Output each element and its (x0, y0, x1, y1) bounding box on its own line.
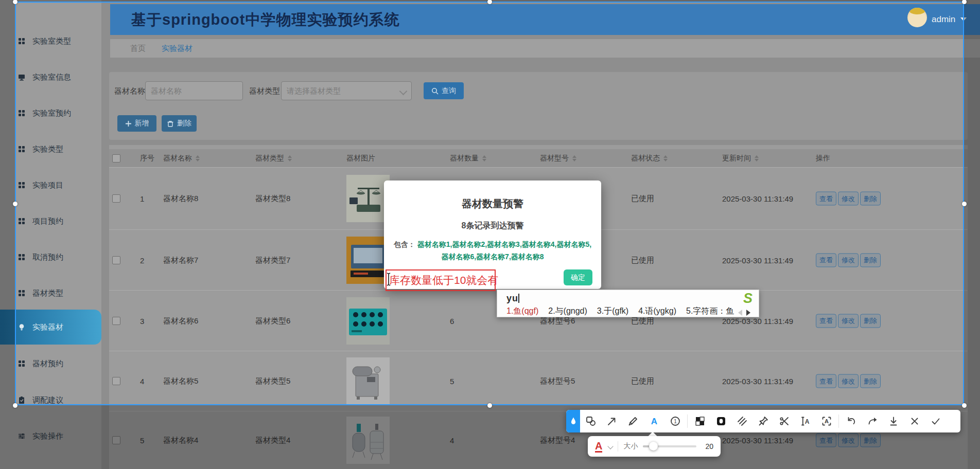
confirm-check-icon[interactable] (925, 410, 946, 432)
ime-candidate-1[interactable]: 1.鱼(qgf) (506, 306, 538, 317)
ime-prev-page-icon[interactable] (738, 310, 742, 316)
equipment-name-input[interactable] (145, 81, 243, 100)
sidebar-item-equipment-type[interactable]: 器材类型 (0, 287, 101, 299)
equipment-photo-machine[interactable] (346, 357, 390, 405)
sidebar-item-project-booking[interactable]: 项目预约 (0, 215, 101, 227)
tab-home[interactable]: 首页 (130, 44, 146, 53)
selection-handle[interactable] (13, 403, 18, 408)
arrow-tool-icon[interactable] (601, 410, 622, 432)
selection-handle[interactable] (962, 403, 967, 408)
sidebar-item-exp-type[interactable]: 实验类型 (0, 143, 101, 155)
col-qty[interactable]: 器材数量 (450, 154, 486, 163)
sort-icon[interactable] (288, 155, 292, 161)
user-menu[interactable]: admin (932, 14, 955, 25)
pen-tool-icon[interactable] (622, 410, 643, 432)
ocr-area-tool-icon[interactable]: A (816, 410, 837, 432)
selection-handle[interactable] (962, 202, 967, 206)
dialog-include-line2: 器材名称6,器材名称7,器材名称8 (384, 250, 601, 263)
slider-knob[interactable] (649, 442, 658, 450)
view-button[interactable]: 查看 (816, 374, 836, 388)
view-button[interactable]: 查看 (816, 253, 836, 267)
equipment-photo-teal-box[interactable] (346, 297, 390, 345)
row-checkbox[interactable] (112, 194, 120, 203)
delete-row-button[interactable]: 删除 (860, 192, 881, 206)
mosaic-tool-icon[interactable] (689, 410, 710, 432)
equipment-photo-balance-scale[interactable] (346, 175, 390, 222)
step-counter-tool-icon[interactable]: 1 (664, 410, 686, 432)
shapes-tool-icon[interactable] (580, 410, 601, 432)
col-updated[interactable]: 更新时间 (722, 154, 759, 163)
hatch-tool-icon[interactable] (731, 410, 752, 432)
sidebar-item-lab-booking[interactable]: 实验室预约 (0, 107, 101, 119)
confirm-button[interactable]: 确定 (564, 269, 592, 285)
sidebar-item-exp-project[interactable]: 实验项目 (0, 179, 101, 191)
select-all-checkbox[interactable] (112, 154, 120, 163)
cell-qty: 5 (450, 377, 454, 386)
grid-icon (18, 109, 26, 117)
equipment-photo-orange-box[interactable] (346, 237, 390, 284)
sidebar-item-equipment-booking[interactable]: 器材预约 (0, 357, 101, 370)
selection-handle[interactable] (13, 202, 18, 206)
edit-button[interactable]: 修改 (838, 192, 859, 206)
font-color-button[interactable]: A (595, 441, 602, 453)
delete-row-button[interactable]: 删除 (860, 374, 881, 388)
font-size-slider[interactable] (643, 445, 696, 447)
cell-name: 器材名称7 (163, 255, 198, 265)
sidebar-item-lab-type[interactable]: 实验室类型 (0, 35, 101, 47)
close-icon[interactable] (904, 410, 925, 432)
ime-candidate-4[interactable]: 4.语(ygkg) (638, 306, 676, 317)
col-type[interactable]: 器材类型 (255, 154, 292, 163)
sort-icon[interactable] (755, 155, 759, 161)
sort-icon[interactable] (196, 155, 200, 161)
cell-name: 器材名称8 (163, 194, 198, 204)
blur-tool-icon[interactable] (710, 410, 731, 432)
download-icon[interactable] (883, 410, 904, 432)
sidebar-item-lab-equipment-active[interactable]: 实验器材 (0, 310, 101, 345)
cut-tool-icon[interactable] (774, 410, 795, 432)
delete-row-button[interactable]: 删除 (860, 314, 881, 328)
selection-handle[interactable] (487, 403, 492, 408)
delete-button[interactable]: 删除 (162, 115, 197, 132)
row-checkbox[interactable] (112, 377, 120, 385)
sort-icon[interactable] (663, 155, 668, 161)
text-tool-icon-active[interactable]: A (643, 410, 664, 432)
col-model[interactable]: 器材型号 (540, 154, 576, 163)
redo-icon[interactable] (862, 410, 883, 432)
ime-candidate-5[interactable]: 5.字符画：鱼 (686, 306, 734, 317)
annotation-text-box[interactable]: 库存数量低于10就会有 (386, 269, 496, 291)
undo-icon[interactable] (841, 410, 862, 432)
sidebar-item-label: 项目预约 (32, 217, 63, 226)
col-name[interactable]: 器材名称 (163, 154, 200, 163)
sidebar-item-cancel-booking[interactable]: 取消预约 (0, 251, 101, 263)
cell-updated: 2025-03-30 11:31:49 (722, 377, 793, 386)
view-button[interactable]: 查看 (816, 314, 836, 328)
col-status[interactable]: 器材状态 (631, 154, 668, 163)
edit-button[interactable]: 修改 (838, 314, 859, 328)
cell-name: 器材名称6 (163, 316, 198, 326)
ocr-text-tool-icon[interactable]: A (795, 410, 816, 432)
font-color-chevron-icon[interactable] (608, 443, 614, 449)
view-button[interactable]: 查看 (816, 192, 836, 206)
search-button[interactable]: 查询 (424, 82, 464, 99)
ime-next-page-icon[interactable] (746, 310, 750, 316)
edit-button[interactable]: 修改 (838, 253, 859, 267)
row-checkbox[interactable] (112, 317, 120, 325)
selection-handle[interactable] (487, 0, 492, 4)
edit-button[interactable]: 修改 (838, 374, 859, 388)
annotation-text: 库存数量低于10就会有 (389, 273, 498, 287)
equipment-type-select[interactable]: 请选择器材类型 (281, 81, 412, 100)
delete-row-button[interactable]: 删除 (860, 253, 881, 267)
row-checkbox[interactable] (112, 256, 120, 264)
ime-candidate-3[interactable]: 3.于(gfk) (597, 306, 628, 317)
pin-tool-icon[interactable] (752, 410, 774, 432)
dialog-title: 器材数量预警 (384, 197, 601, 211)
tab-lab-equipment[interactable]: 实验器材 (162, 44, 192, 53)
sort-icon[interactable] (482, 155, 486, 161)
avatar[interactable] (907, 8, 927, 27)
sidebar-item-label: 实验类型 (32, 145, 63, 154)
ime-candidate-2[interactable]: 2.与(gngd) (548, 306, 587, 317)
sort-icon[interactable] (572, 155, 576, 161)
sidebar-item-lab-info[interactable]: 实验室信息 (0, 71, 101, 83)
snip-dim-left (0, 0, 15, 469)
add-button[interactable]: 新增 (117, 115, 156, 132)
